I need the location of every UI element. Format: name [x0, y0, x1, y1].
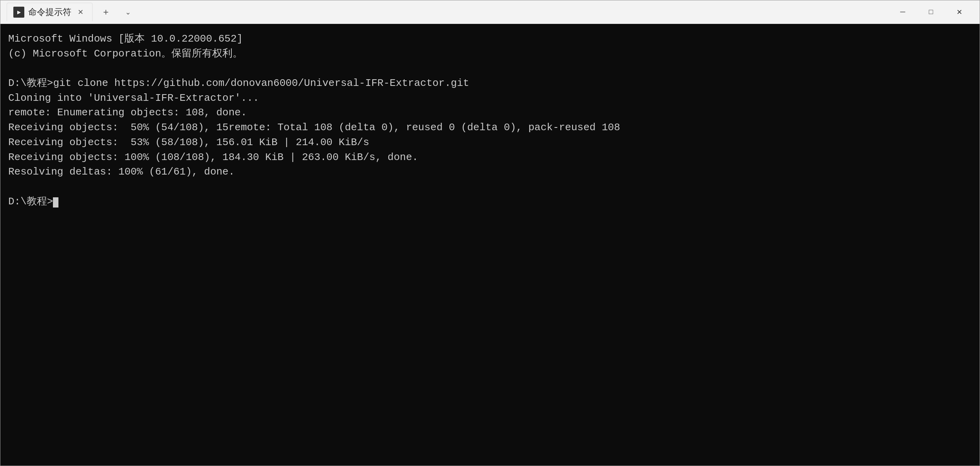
titlebar: 命令提示符 ✕ + ⌄ ─ □ ✕	[0, 0, 980, 24]
tab-close-button[interactable]: ✕	[75, 7, 86, 17]
tab-dropdown-button[interactable]: ⌄	[119, 4, 136, 21]
active-tab[interactable]: 命令提示符 ✕	[7, 3, 93, 21]
window: 命令提示符 ✕ + ⌄ ─ □ ✕ Microsoft Windows [版本 …	[0, 0, 980, 466]
titlebar-controls: ─ □ ✕	[889, 4, 973, 21]
maximize-button[interactable]: □	[917, 4, 945, 21]
tab-title: 命令提示符	[28, 6, 71, 18]
cmd-icon	[13, 7, 24, 18]
terminal-output: Microsoft Windows [版本 10.0.22000.652] (c…	[8, 32, 972, 209]
cursor	[53, 197, 58, 208]
terminal-body[interactable]: Microsoft Windows [版本 10.0.22000.652] (c…	[0, 24, 980, 466]
titlebar-left: 命令提示符 ✕ + ⌄	[7, 3, 889, 21]
new-tab-button[interactable]: +	[97, 4, 115, 21]
minimize-button[interactable]: ─	[889, 4, 917, 21]
close-button[interactable]: ✕	[945, 4, 973, 21]
